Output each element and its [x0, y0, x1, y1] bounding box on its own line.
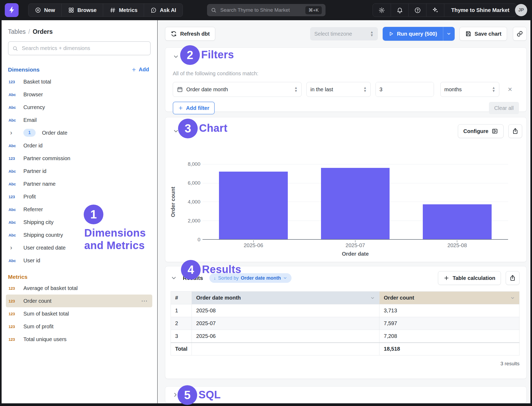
- item-label: Referrer: [23, 206, 43, 213]
- add-dimension-button[interactable]: Add: [130, 65, 151, 74]
- column-header-order-count[interactable]: Order count: [379, 292, 520, 304]
- ai-sparkles-button[interactable]: [426, 4, 444, 16]
- collapse-chart-chevron[interactable]: [173, 128, 179, 134]
- hash-icon: [109, 7, 116, 13]
- filter-rule-row: Order date month ▲▼ in the last ▲▼ ▲ ▼ m…: [173, 82, 519, 97]
- global-search[interactable]: ⌘+K: [207, 4, 326, 16]
- order-count-cell[interactable]: 3,713: [379, 304, 520, 317]
- sidebar-item-partner-id[interactable]: AbcPartner id: [6, 165, 152, 177]
- bar-2025-08[interactable]: [423, 204, 492, 239]
- browse-button[interactable]: Browse: [61, 4, 103, 16]
- collapse-results-chevron[interactable]: [171, 275, 177, 281]
- metrics-button[interactable]: Metrics: [103, 4, 144, 16]
- settings-button[interactable]: [373, 4, 391, 16]
- more-options-icon[interactable]: ⋯: [141, 297, 148, 305]
- order-count-cell[interactable]: 7,208: [379, 330, 520, 343]
- sidebar-item-order-date[interactable]: ›1Order date: [6, 126, 152, 139]
- results-header: Results ↓ Sorted by Order date month Tab…: [171, 271, 520, 285]
- order-date-month-cell[interactable]: 2025-08: [192, 304, 379, 317]
- filter-value-input[interactable]: [376, 82, 434, 97]
- sidebar-item-average-of-basket-total[interactable]: 123Average of basket total: [6, 282, 152, 295]
- row-index-cell: 3: [171, 330, 192, 343]
- sidebar-item-total-unique-users[interactable]: 123Total unique users: [6, 333, 152, 346]
- filter-operator-select[interactable]: in the last ▲▼: [306, 82, 371, 97]
- calendar-icon: [177, 86, 183, 93]
- table-row-2025-08[interactable]: 12025-083,713: [171, 304, 520, 317]
- add-filter-label: Add filter: [186, 105, 209, 111]
- fields-search[interactable]: [8, 41, 151, 55]
- chart-actions: Configure: [458, 124, 522, 138]
- run-query-button[interactable]: Run query (500): [383, 27, 443, 41]
- sorted-by-pill[interactable]: ↓ Sorted by Order date month: [209, 273, 292, 283]
- app-logo[interactable]: [5, 3, 19, 17]
- collapse-filters-chevron[interactable]: [173, 53, 179, 60]
- filter-field-value: Order date month: [186, 86, 291, 93]
- org-switcher[interactable]: Thyme to Shine Market: [444, 4, 516, 16]
- sidebar-item-order-id[interactable]: AbcOrder id: [6, 139, 152, 152]
- save-chart-button[interactable]: Save chart: [459, 27, 507, 41]
- clear-all-button[interactable]: Clear all: [489, 102, 519, 114]
- help-icon: [414, 7, 421, 14]
- run-query-options-button[interactable]: [443, 27, 455, 41]
- sidebar-item-user-created-date[interactable]: ›User created date: [6, 241, 152, 254]
- plus-circle-icon: [35, 7, 41, 13]
- sidebar-item-profit[interactable]: 123Profit: [6, 190, 152, 203]
- text-type-icon: Abc: [9, 118, 19, 122]
- order-date-month-cell[interactable]: 2025-07: [192, 317, 379, 330]
- remove-filter-button[interactable]: ×: [508, 86, 512, 93]
- sidebar-item-order-count[interactable]: 123Order count⋯: [6, 295, 152, 307]
- filter-unit-select[interactable]: months ▲▼: [440, 82, 499, 97]
- link-icon: [517, 31, 523, 37]
- ask-ai-button[interactable]: Ask AI: [144, 4, 183, 16]
- item-label: Sum of profit: [23, 324, 53, 330]
- order-date-month-cell[interactable]: 2025-06: [192, 330, 379, 343]
- sidebar-item-shipping-country[interactable]: AbcShipping country: [6, 229, 152, 241]
- help-button[interactable]: [408, 4, 426, 16]
- column-header-order-date-month[interactable]: Order date month: [192, 292, 379, 304]
- sidebar-item-email[interactable]: AbcEmail: [6, 114, 152, 126]
- column-header-index[interactable]: #: [171, 292, 192, 304]
- table-calculation-button[interactable]: Table calculation: [438, 271, 501, 285]
- sidebar-item-sum-of-profit[interactable]: 123Sum of profit: [6, 320, 152, 333]
- row-index-cell: 1: [171, 304, 192, 317]
- sidebar-item-currency[interactable]: AbcCurrency: [6, 101, 152, 114]
- export-results-button[interactable]: [506, 271, 520, 285]
- table-row-2025-06[interactable]: 32025-067,208: [171, 330, 520, 343]
- share-link-button[interactable]: [513, 27, 527, 41]
- refresh-dbt-button[interactable]: Refresh dbt: [165, 27, 215, 41]
- chevron-down-icon: [510, 296, 515, 300]
- breadcrumb-tables-link[interactable]: Tables: [8, 28, 26, 35]
- configure-button[interactable]: Configure: [458, 124, 504, 138]
- bar-2025-07[interactable]: [321, 168, 390, 239]
- sidebar-item-user-id[interactable]: AbcUser id: [6, 254, 152, 267]
- select-caret-icon: ▲▼: [370, 31, 374, 37]
- text-type-icon: Abc: [9, 143, 19, 148]
- sidebar-item-basket-total[interactable]: 123Basket total: [6, 75, 152, 88]
- gridline: [202, 164, 508, 164]
- total-value: 18,518: [379, 343, 520, 355]
- sidebar-item-sum-of-basket-total[interactable]: 123Sum of basket total: [6, 307, 152, 320]
- sidebar-item-partner-commission[interactable]: 123Partner commission: [6, 152, 152, 165]
- sidebar-item-browser[interactable]: AbcBrowser: [6, 88, 152, 101]
- clear-all-label: Clear all: [494, 105, 514, 111]
- notifications-button[interactable]: [391, 4, 408, 16]
- global-search-input[interactable]: [220, 7, 302, 13]
- sidebar-item-partner-name[interactable]: AbcPartner name: [6, 177, 152, 190]
- sidebar-item-referrer[interactable]: AbcReferrer: [6, 203, 152, 216]
- sidebar-item-shipping-city[interactable]: AbcShipping city: [6, 216, 152, 229]
- table-row-2025-07[interactable]: 22025-077,597: [171, 317, 520, 330]
- new-button[interactable]: New: [28, 4, 61, 16]
- bar-2025-06[interactable]: [219, 172, 288, 239]
- filter-field-select[interactable]: Order date month ▲▼: [173, 82, 302, 97]
- expand-sql-chevron[interactable]: [172, 392, 179, 398]
- text-type-icon: Abc: [9, 258, 19, 263]
- metrics-label: Metrics: [119, 7, 137, 13]
- add-filter-button[interactable]: Add filter: [173, 102, 215, 114]
- chevron-right-icon: ›: [9, 130, 19, 136]
- export-chart-button[interactable]: [508, 124, 522, 138]
- dimensions-list: 123Basket totalAbcBrowserAbcCurrencyAbcE…: [2, 75, 157, 267]
- fields-search-input[interactable]: [21, 45, 146, 52]
- order-count-cell[interactable]: 7,597: [379, 317, 520, 330]
- timezone-select[interactable]: Select timezone ▲▼: [310, 27, 378, 40]
- user-avatar[interactable]: JP: [515, 4, 527, 16]
